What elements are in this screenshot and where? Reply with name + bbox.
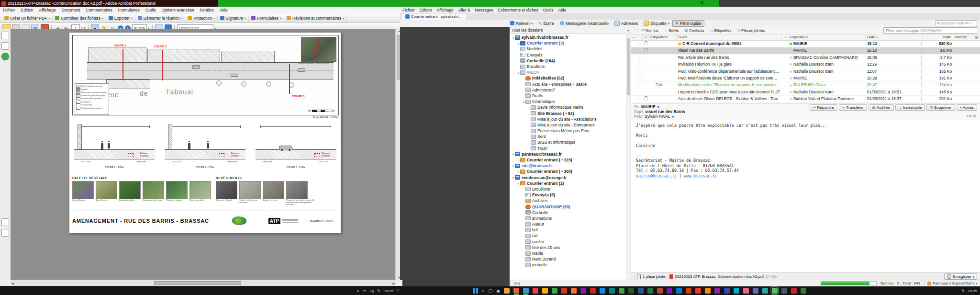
clock-left[interactable]: 15:25 bbox=[384, 289, 393, 293]
folder-pane-scrollbar[interactable] bbox=[626, 34, 631, 280]
folder-row-mise-jour-du-site-associations[interactable]: Mise à jour du site - Associations bbox=[510, 116, 631, 122]
folder-row-envoy-s-5-[interactable]: Envoyés (5) bbox=[510, 192, 631, 198]
close-icon[interactable]: ✕ bbox=[700, 0, 704, 5]
folder-row-brouillons[interactable]: Brouillons bbox=[510, 64, 631, 69]
col-attachment[interactable]: ⊘ bbox=[643, 34, 649, 40]
app-icon[interactable] bbox=[619, 288, 624, 294]
star-icon[interactable]: ☆ bbox=[636, 89, 643, 95]
attachments-panel-icon[interactable] bbox=[1, 229, 9, 237]
app-icon[interactable] bbox=[571, 288, 577, 294]
folder-row-courrier-entrant-3-[interactable]: ∨Courrier entrant (3) bbox=[510, 40, 631, 46]
folder-row-archives[interactable]: ›Archives bbox=[510, 198, 631, 204]
app-icon[interactable] bbox=[667, 288, 672, 294]
junk-status-icon[interactable] bbox=[921, 41, 922, 46]
folder-row-mod-les[interactable]: Modèles bbox=[510, 46, 631, 52]
twisty-icon[interactable]: ∨ bbox=[517, 71, 520, 74]
horizontal-scrollbar[interactable]: ◀▶ bbox=[11, 280, 396, 286]
quick-filter-toggle[interactable]: ▼Filtre rapide bbox=[672, 20, 704, 27]
message-row[interactable]: ☆Re: article site rue des BarrisBRASSAC … bbox=[631, 55, 980, 61]
quickfilter-contacts[interactable]: ▣Contacts bbox=[682, 27, 707, 34]
star-icon[interactable]: ☆ bbox=[636, 96, 643, 102]
acrobat-menu-affichage[interactable]: Affichage bbox=[36, 8, 59, 12]
folder-row-caf[interactable]: caf bbox=[510, 233, 631, 238]
acrobat-menu-options-avancées[interactable]: Options avancées bbox=[158, 8, 197, 12]
twisty-icon[interactable]: › bbox=[527, 112, 531, 115]
folder-row-inbox[interactable]: ∨INBOX bbox=[510, 69, 631, 75]
app-icon[interactable] bbox=[657, 288, 663, 294]
transférer-button[interactable]: ↪Transférer bbox=[839, 104, 867, 111]
app-icon[interactable] bbox=[801, 288, 806, 294]
twisty-icon[interactable]: ∨ bbox=[517, 182, 520, 185]
twisty-icon[interactable]: ∨ bbox=[512, 176, 515, 179]
folder-row-marc-durand[interactable]: Marc Durand bbox=[510, 256, 631, 262]
search-icon[interactable]: ⌕ bbox=[482, 288, 485, 294]
app-icon[interactable] bbox=[552, 288, 557, 294]
email-link[interactable]: mairie@brassac.fr bbox=[636, 173, 677, 178]
folder-row-brouillons[interactable]: Brouillons bbox=[510, 186, 631, 192]
twisty-icon[interactable]: ∨ bbox=[512, 152, 515, 156]
folder-row-coulier[interactable]: coulier bbox=[510, 239, 631, 245]
acrobat-document-area[interactable]: COUPE 1 COUPE 2 COUPE 3 Rue de l'aboual … bbox=[11, 29, 396, 280]
folder-row-corbeille-164-[interactable]: Corbeille (164) bbox=[510, 58, 631, 64]
twisty-icon[interactable]: ∨ bbox=[522, 100, 525, 103]
junk-status-icon[interactable] bbox=[921, 82, 922, 88]
app-icon[interactable] bbox=[705, 288, 711, 294]
app-icon[interactable] bbox=[734, 288, 739, 294]
folder-row-courrier-entrant-2-[interactable]: ∨Courrier entrant (2) bbox=[510, 181, 631, 186]
col-junk[interactable]: ♨ bbox=[919, 34, 927, 40]
quickfilter-étiquettes[interactable]: ❏Étiquettes bbox=[708, 27, 734, 34]
layers-panel-icon[interactable] bbox=[1, 42, 9, 50]
global-search-input[interactable]: Rechercher <Ctrl+K> bbox=[935, 20, 977, 26]
répondre-button[interactable]: ↩Répondre bbox=[810, 104, 837, 111]
message-row[interactable]: ☆FaitModifications dates "Elaborer un su… bbox=[631, 82, 980, 89]
comments-panel-icon[interactable] bbox=[1, 218, 9, 226]
attachment-filename[interactable]: 20210223-ATP-Brassac -Communication doc … bbox=[675, 274, 764, 279]
star-icon[interactable]: ☆ bbox=[636, 41, 643, 47]
app-icon[interactable] bbox=[724, 288, 730, 294]
app-icon[interactable] bbox=[628, 288, 634, 294]
sticky-star-icon[interactable]: ☆ bbox=[633, 28, 636, 33]
folder-row-fete-des-10-ans[interactable]: fete des 10 ans bbox=[510, 245, 631, 250]
message-filter-input[interactable]: Filtrer ces messages <Ctrl+Maj+K> bbox=[883, 27, 978, 34]
acrobat-menu-aide[interactable]: Aide bbox=[217, 8, 231, 12]
app-icon[interactable] bbox=[753, 288, 758, 294]
folder-row-administratif[interactable]: Administratif bbox=[510, 87, 631, 93]
app-icon[interactable] bbox=[533, 288, 538, 294]
acrobat-toolbar-button[interactable]: Combiner des fichiers▾ bbox=[53, 15, 106, 22]
folder-row-ind-sirables-52-[interactable]: Indésirables (52) bbox=[510, 75, 631, 81]
folder-row-drafts[interactable]: Drafts bbox=[510, 93, 631, 99]
contact-star-icon[interactable]: ★ bbox=[657, 105, 660, 109]
folder-row-mairie[interactable]: Mairie bbox=[510, 250, 631, 256]
folder-row-sent[interactable]: Sent bbox=[510, 134, 631, 139]
app-icon[interactable] bbox=[513, 288, 519, 294]
folder-row-animations[interactable]: animations bbox=[510, 216, 631, 221]
col-star[interactable]: ☆ bbox=[636, 34, 643, 40]
junk-status-icon[interactable] bbox=[921, 61, 922, 67]
app-icon[interactable] bbox=[647, 288, 653, 294]
tag-button[interactable]: Étiquette▾ bbox=[641, 20, 672, 27]
folder-row-ecmbrassac-orange-fr[interactable]: ∨ecmbrassac@orange.fr bbox=[510, 175, 631, 181]
website-link[interactable]: www.brassac.fr bbox=[684, 173, 717, 178]
star-icon[interactable]: ☆ bbox=[636, 82, 643, 88]
folder-row-site-brassac-fr[interactable]: ∨site@brassac.fr bbox=[510, 163, 631, 169]
message-row[interactable]: ☆visuel rue des BarrisMAIRIE15:103,6 Mo bbox=[631, 47, 980, 54]
app-icon[interactable] bbox=[743, 288, 749, 294]
junk-status-icon[interactable] bbox=[921, 68, 922, 74]
col-correspondent[interactable]: ↔ bbox=[782, 34, 788, 40]
get-messages-button[interactable]: Relever▾ bbox=[507, 20, 535, 27]
green-window-strip[interactable]: ✕ bbox=[218, 0, 719, 7]
message-row[interactable]: ☆Avis de décès Olivier DELBOS - Sidobre … bbox=[631, 96, 980, 102]
app-icon[interactable] bbox=[609, 288, 615, 294]
start-button[interactable] bbox=[473, 288, 478, 294]
twisty-icon[interactable]: › bbox=[522, 199, 525, 202]
junk-status-icon[interactable] bbox=[921, 75, 922, 81]
acrobat-toolbar-button[interactable]: Signature▾ bbox=[218, 15, 249, 22]
tab-courrier-entrant[interactable]: Courrier entrant - sylvain.rival… bbox=[401, 13, 467, 20]
app-icon[interactable] bbox=[772, 288, 778, 294]
keyboard-icon[interactable]: ⌗ bbox=[397, 288, 399, 293]
col-date[interactable]: Date ▾ bbox=[866, 34, 919, 40]
folder-row-mise-jour-du-site-entreprises[interactable]: Mise à jour du site - Entreprises bbox=[510, 122, 631, 128]
tb-menu-affichage[interactable]: Affichage bbox=[434, 8, 456, 12]
tb-menu-édition[interactable]: Édition bbox=[417, 8, 434, 12]
cortana-icon[interactable]: ◯ bbox=[489, 289, 493, 293]
